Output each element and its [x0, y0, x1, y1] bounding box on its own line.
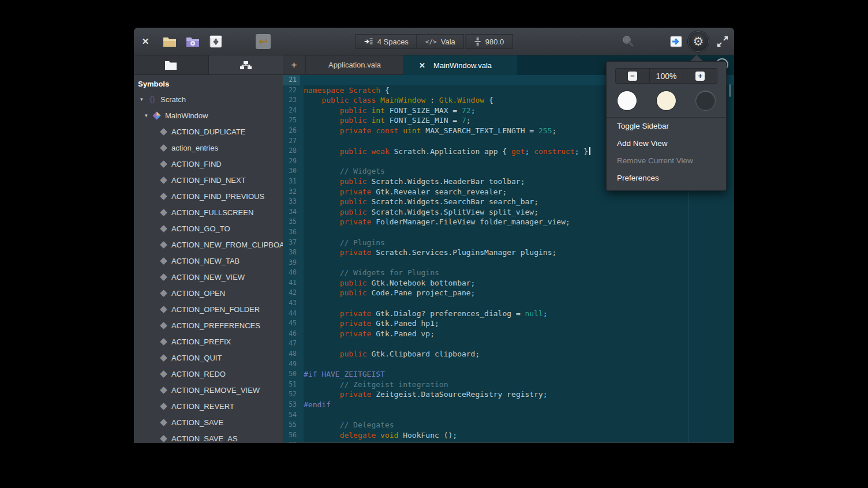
- gear-icon: ⚙: [693, 35, 704, 47]
- code-line-47[interactable]: 47: [283, 339, 734, 349]
- symbol-item-action_open[interactable]: ACTION_OPEN: [134, 285, 283, 301]
- code-line-56[interactable]: 56 delegate void HookFunc ();: [283, 430, 734, 441]
- code-line-57[interactable]: 57: [283, 440, 734, 442]
- sidebar: Symbols ▾{}Scratch▾MainWindowACTION_DUPL…: [134, 55, 283, 442]
- symbol-item-action_redo[interactable]: ACTION_REDO: [134, 366, 283, 382]
- code-line-42[interactable]: 42 public Code.Pane project_pane;: [283, 288, 734, 298]
- code-line-33[interactable]: 33 public Scratch.Widgets.SearchBar sear…: [283, 197, 734, 207]
- code-line-46[interactable]: 46 private Gtk.Paned vp;: [283, 329, 734, 339]
- language-label: Vala: [441, 37, 455, 46]
- tab-mainwindow.vala[interactable]: ✕MainWindow.vala: [404, 55, 517, 75]
- code-line-34[interactable]: 34 public Scratch.Widgets.SplitView spli…: [283, 207, 734, 217]
- symbol-item-action_duplicate[interactable]: ACTION_DUPLICATE: [134, 123, 283, 140]
- zoom-out-button[interactable]: −: [616, 69, 650, 83]
- disclosure-triangle-icon[interactable]: ▾: [140, 96, 148, 102]
- indent-width-label: 4 Spaces: [377, 37, 409, 46]
- text-cursor: [589, 147, 590, 155]
- share-button[interactable]: [669, 34, 684, 49]
- symbol-item-action_quit[interactable]: ACTION_QUIT: [134, 350, 283, 366]
- scheme-white-button[interactable]: [618, 91, 637, 110]
- class-icon: [152, 111, 161, 120]
- code-line-50[interactable]: 50#if HAVE_ZEITGEIST: [283, 369, 734, 380]
- editor-scrollbar[interactable]: [729, 84, 731, 97]
- goto-line-button[interactable]: 980.0: [466, 34, 513, 49]
- disclosure-triangle-icon[interactable]: ▾: [145, 112, 152, 118]
- app-menu-button[interactable]: ⚙: [689, 32, 708, 51]
- menu-item-toggle-sidebar[interactable]: Toggle Sidebar: [607, 118, 726, 135]
- folder-open-icon: [162, 35, 177, 48]
- member-icon: [160, 370, 167, 378]
- code-line-44[interactable]: 44 private Gtk.Dialog? preferences_dialo…: [283, 309, 734, 319]
- code-line-41[interactable]: 41 public Gtk.Notebook bottombar;: [283, 278, 734, 288]
- member-icon: [160, 160, 167, 168]
- line-number: 45: [283, 318, 300, 329]
- code-line-48[interactable]: 48 public Gtk.Clipboard clipboard;: [283, 349, 734, 359]
- code-text: public Code.Pane project_pane;: [300, 288, 475, 298]
- save-as-button[interactable]: [208, 35, 223, 48]
- member-icon: [160, 386, 167, 394]
- code-line-43[interactable]: 43: [283, 298, 734, 309]
- code-line-37[interactable]: 37 // Plugins: [283, 238, 734, 248]
- symbol-item-action_save[interactable]: ACTION_SAVE: [134, 414, 283, 430]
- menu-item-preferences[interactable]: Preferences: [607, 170, 726, 187]
- symbol-item-action_new_view[interactable]: ACTION_NEW_VIEW: [134, 269, 283, 285]
- code-text: #if HAVE_ZEITGEIST: [300, 369, 385, 380]
- menu-item-remove-current-view: Remove Current View: [607, 152, 726, 170]
- code-text: [300, 227, 304, 238]
- fullscreen-button[interactable]: [716, 35, 729, 48]
- code-line-39[interactable]: 39: [283, 258, 734, 268]
- symbol-item-action_new_tab[interactable]: ACTION_NEW_TAB: [134, 253, 283, 269]
- code-line-55[interactable]: 55 // Delegates: [283, 420, 734, 430]
- scheme-solarized-light-button[interactable]: [657, 91, 676, 110]
- code-line-54[interactable]: 54: [283, 410, 734, 421]
- code-line-35[interactable]: 35 private FolderManager.FileView folder…: [283, 217, 734, 227]
- symbol-label: ACTION_PREFERENCES: [171, 321, 260, 330]
- code-line-53[interactable]: 53#endif: [283, 400, 734, 410]
- tab-application.vala[interactable]: Application.vala: [306, 55, 404, 75]
- sidebar-tab-symbols[interactable]: [209, 55, 283, 74]
- scheme-dark-button[interactable]: [696, 91, 715, 110]
- code-text: [300, 410, 304, 421]
- code-line-40[interactable]: 40 // Widgets for Plugins: [283, 268, 734, 278]
- symbol-item-action_preferences[interactable]: ACTION_PREFERENCES: [134, 317, 283, 333]
- zoom-in-button[interactable]: +: [683, 69, 717, 83]
- line-number: 46: [283, 329, 300, 339]
- popover-menu-items: Toggle SidebarAdd New ViewRemove Current…: [607, 118, 726, 187]
- symbol-item-mainwindow[interactable]: ▾MainWindow: [134, 107, 283, 123]
- symbol-item-action_find_previous[interactable]: ACTION_FIND_PREVIOUS: [134, 188, 283, 204]
- symbol-item-action_open_folder[interactable]: ACTION_OPEN_FOLDER: [134, 301, 283, 317]
- window-close-button[interactable]: ✕: [140, 36, 151, 47]
- symbol-item-action_revert[interactable]: ACTION_REVERT: [134, 398, 283, 414]
- symbol-item-scratch[interactable]: ▾{}Scratch: [134, 91, 283, 107]
- symbol-item-action_new_from_clipboard[interactable]: ACTION_NEW_FROM_CLIPBOARD: [134, 237, 283, 253]
- symbol-item-action_find_next[interactable]: ACTION_FIND_NEXT: [134, 172, 283, 188]
- symbol-item-action_entries[interactable]: action_entries: [134, 140, 283, 156]
- symbols-tree-icon: [240, 60, 252, 70]
- symbol-item-action_remove_view[interactable]: ACTION_REMOVE_VIEW: [134, 382, 283, 398]
- member-icon: [160, 225, 167, 232]
- new-tab-button[interactable]: +: [283, 55, 306, 75]
- symbol-label: ACTION_REVERT: [171, 402, 234, 411]
- open-file-button[interactable]: [162, 35, 177, 48]
- code-line-51[interactable]: 51 // Zeitgeist integration: [283, 380, 734, 390]
- search-button[interactable]: [620, 34, 635, 49]
- symbol-item-action_save_as[interactable]: ACTION_SAVE_AS: [134, 430, 283, 442]
- code-line-38[interactable]: 38 private Scratch.Services.PluginsManag…: [283, 247, 734, 258]
- code-line-49[interactable]: 49: [283, 359, 734, 370]
- tab-close-button[interactable]: ✕: [419, 56, 425, 75]
- new-from-template-button[interactable]: [185, 35, 200, 48]
- symbol-item-action_go_to[interactable]: ACTION_GO_TO: [134, 220, 283, 237]
- language-button[interactable]: </> Vala: [417, 34, 464, 49]
- symbol-item-action_fullscreen[interactable]: ACTION_FULLSCREEN: [134, 204, 283, 220]
- revert-button[interactable]: ↩: [256, 34, 271, 49]
- sidebar-tab-files[interactable]: [134, 55, 209, 74]
- symbol-item-action_prefix[interactable]: ACTION_PREFIX: [134, 333, 283, 350]
- member-icon: [160, 306, 167, 313]
- menu-item-add-new-view[interactable]: Add New View: [607, 135, 726, 152]
- symbol-item-action_find[interactable]: ACTION_FIND: [134, 156, 283, 172]
- code-line-36[interactable]: 36: [283, 227, 734, 238]
- indent-width-button[interactable]: 4 Spaces: [356, 34, 417, 49]
- code-line-52[interactable]: 52 private Zeitgeist.DataSourceRegistry …: [283, 389, 734, 400]
- app-menu-popover: − 100% + Toggle SidebarAdd New ViewRemov…: [606, 61, 727, 191]
- code-line-45[interactable]: 45 private Gtk.Paned hp1;: [283, 318, 734, 329]
